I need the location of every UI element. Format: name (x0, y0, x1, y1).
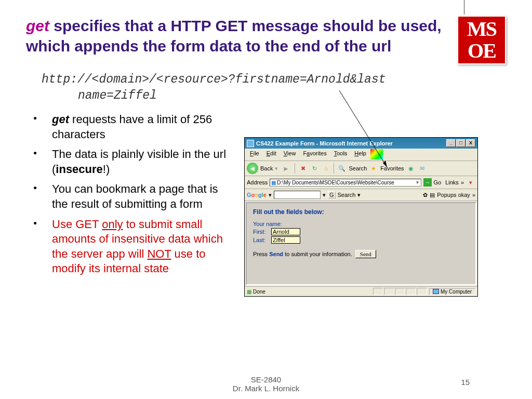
back-label: Back (260, 165, 273, 171)
close-button[interactable]: X (466, 139, 475, 147)
press-text-b: to submit your information. (283, 251, 352, 257)
ie-window: CS422 Example Form - Microsoft Internet … (244, 137, 478, 297)
ie-menubar: File Edit View Favorites Tools Help (245, 149, 477, 161)
home-icon[interactable]: ⌂ (321, 164, 330, 173)
toolbar-separator (295, 163, 295, 174)
status-pane (384, 288, 394, 295)
url-line1: http://<domain>/<resource>?firstname=Arn… (42, 73, 386, 86)
ie-toolbar: ◄ Back ▾ ► ✖ ↻ ⌂ 🔍 Search ★ Favorites ◉ … (245, 161, 477, 176)
google-search-label: Search (338, 192, 356, 198)
first-name-input[interactable]: Arnold (271, 228, 300, 235)
google-chevron-icon[interactable]: » (472, 192, 475, 198)
toolbar-separator (334, 163, 334, 174)
bullet-1: get requests have a limit of 256 charact… (30, 112, 234, 142)
google-options-icon[interactable]: ✿ (423, 192, 428, 198)
google-logo[interactable]: Google (247, 192, 267, 198)
ie-page-content: Fill out the fields below: Your name: Fi… (246, 202, 476, 285)
bullet-4: Use GET only to submit small amounts of … (30, 217, 234, 276)
ie-app-icon (247, 140, 254, 147)
page-icon: ▦ (271, 180, 276, 185)
press-text-a: Press (253, 251, 269, 257)
links-label[interactable]: Links (445, 179, 459, 185)
ie-titlebar: CS422 Example Form - Microsoft Internet … (245, 138, 477, 149)
press-send-word: Send (269, 251, 283, 257)
last-name-input[interactable]: Ziffel (271, 236, 300, 244)
go-label: Go (434, 179, 442, 185)
slide-title: get specifies that a HTTP GET message sh… (26, 16, 447, 56)
google-dropdown-icon[interactable]: ▾ (269, 192, 272, 198)
bullet-3: You can bookmark a page that is the resu… (30, 182, 234, 211)
ie-status-bar: ▦ Done My Computer (245, 286, 477, 296)
search-label: Search (349, 165, 367, 171)
forward-button[interactable]: ► (280, 163, 291, 174)
url-example: http://<domain>/<resource>?firstname=Arn… (42, 72, 506, 104)
maximize-button[interactable]: □ (456, 139, 466, 147)
menu-file[interactable]: File (247, 150, 262, 159)
google-search-input[interactable] (274, 191, 321, 199)
ie-address-bar: Address ▦ D:\My Documents\MSOE\Courses\W… (245, 176, 477, 189)
bullet-2: The data is plainly visible in the url (… (30, 147, 234, 177)
done-icon: ▦ (247, 289, 251, 295)
computer-icon (433, 289, 439, 294)
zone-label: My Computer (441, 289, 472, 295)
menu-view[interactable]: View (281, 150, 299, 159)
logo-line2: OE (458, 40, 505, 62)
address-value: D:\My Documents\MSOE\Courses\Website\Cou… (277, 180, 394, 185)
slide-footer: SE-2840 Dr. Mark L. Hornick (0, 375, 532, 393)
logo-line1: MS (458, 18, 505, 40)
stop-icon[interactable]: ✖ (298, 164, 308, 173)
status-pane (406, 288, 416, 295)
top-tick-mark (464, 0, 464, 15)
google-input-dropdown-icon[interactable]: ▾ (323, 192, 326, 198)
form-heading: Fill out the fields below: (253, 208, 469, 216)
menu-tools[interactable]: Tools (331, 150, 351, 159)
send-button[interactable]: Send (355, 250, 376, 258)
media-icon[interactable]: ◉ (406, 164, 416, 173)
your-name-label: Your name: (253, 221, 469, 227)
links-chevron-icon[interactable]: » (461, 179, 464, 185)
page-number: 15 (461, 378, 470, 387)
search-dropdown-icon[interactable]: ▾ (357, 192, 361, 198)
minimize-button[interactable]: _ (446, 139, 456, 147)
title-get-word: get (26, 17, 49, 34)
address-label: Address (247, 179, 268, 185)
back-dropdown-icon[interactable]: ▾ (275, 165, 278, 172)
menu-favorites[interactable]: Favorites (300, 150, 329, 159)
address-input[interactable]: ▦ D:\My Documents\MSOE\Courses\Website\C… (270, 179, 421, 187)
back-button[interactable]: ◄ (247, 163, 258, 174)
zone-indicator: My Computer (429, 288, 475, 295)
ie-title-text: CS422 Example Form - Microsoft Internet … (256, 140, 446, 147)
refresh-icon[interactable]: ↻ (310, 164, 319, 173)
status-pane (417, 288, 427, 295)
last-label: Last: (253, 237, 270, 243)
status-done: Done (253, 289, 265, 295)
windows-flag-icon (370, 149, 383, 159)
popup-blocker-icon[interactable]: ▤ (430, 192, 435, 198)
first-label: First: (253, 229, 270, 235)
status-pane (373, 288, 383, 295)
mail-icon[interactable]: ✉ (418, 164, 427, 173)
search-icon[interactable]: 🔍 (337, 164, 347, 173)
google-toolbar: Google▾ ▾ G Search▾ ✿ ▤ Popups okay » (245, 189, 477, 201)
url-line2: name=Ziffel (42, 88, 506, 104)
footer-author: Dr. Mark L. Hornick (0, 384, 532, 393)
msoe-logo: MS OE (457, 16, 506, 64)
go-button-icon[interactable]: → (423, 178, 432, 187)
favorites-label: Favorites (380, 165, 404, 171)
menu-edit[interactable]: Edit (263, 150, 280, 159)
favorites-star-icon[interactable]: ★ (369, 164, 378, 173)
footer-course: SE-2840 (0, 375, 532, 384)
status-pane (395, 288, 405, 295)
popups-label: Popups okay (437, 192, 470, 198)
title-rest: specifies that a HTTP GET message should… (26, 17, 442, 55)
menu-help[interactable]: Help (351, 150, 369, 159)
bullet-list: get requests have a limit of 256 charact… (26, 112, 234, 297)
google-search-button[interactable]: G (328, 191, 336, 198)
pdf-icon[interactable]: ▾ (466, 178, 475, 187)
